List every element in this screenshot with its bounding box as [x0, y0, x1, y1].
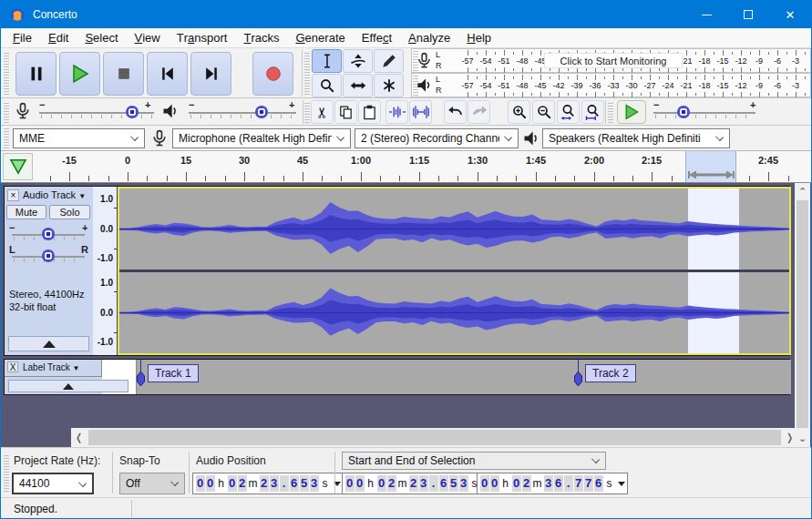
envelope-tool-button[interactable]: [343, 49, 373, 73]
recording-channels-select[interactable]: 2 (Stereo) Recording Channels: [355, 128, 519, 148]
menu-analyze[interactable]: Analyze: [400, 28, 458, 47]
timeline-ruler[interactable]: -1501530451:001:151:301:452:002:152:302:…: [1, 151, 811, 183]
undo-button[interactable]: [444, 100, 467, 124]
menu-effect[interactable]: Effect: [354, 28, 400, 47]
selection-toolbar-grip[interactable]: [4, 453, 9, 492]
label-marker-handle[interactable]: [135, 371, 147, 388]
track-title-menu[interactable]: Label Track ▼: [23, 362, 79, 372]
project-rate-select[interactable]: 44100: [12, 473, 94, 494]
audio-host-select[interactable]: MME: [13, 128, 145, 148]
label-text[interactable]: Track 1: [148, 364, 199, 382]
time-digit[interactable]: 3: [270, 475, 279, 492]
scroll-left-arrow[interactable]: ❬: [71, 428, 87, 447]
time-digit[interactable]: 2: [522, 475, 531, 492]
time-digit[interactable]: 5: [300, 475, 309, 492]
waveform-area[interactable]: [118, 187, 791, 355]
playback-meter[interactable]: L R -57-54-51-48-45-42-39-36-33-30-27-24…: [411, 73, 811, 97]
collapse-track-button[interactable]: [8, 336, 89, 351]
mute-button[interactable]: Mute: [6, 205, 46, 219]
collapse-track-button[interactable]: [8, 380, 128, 392]
time-digit[interactable]: 2: [260, 475, 269, 492]
horizontal-scrollbar[interactable]: ❬ ❭: [71, 428, 797, 447]
selection-tool-button[interactable]: [312, 49, 342, 73]
chevron-down-icon[interactable]: [618, 482, 625, 486]
redo-button[interactable]: [468, 100, 490, 124]
trim-audio-button[interactable]: [385, 100, 408, 124]
time-digit[interactable]: 0: [196, 475, 205, 492]
time-digit[interactable]: 2: [387, 475, 396, 492]
menu-transport[interactable]: Transport: [169, 28, 236, 47]
close-track-button[interactable]: X: [7, 361, 18, 372]
snap-to-select[interactable]: Off: [119, 473, 185, 494]
draw-tool-button[interactable]: [374, 49, 404, 73]
playback-volume-slider[interactable]: [189, 104, 296, 120]
menu-edit[interactable]: Edit: [40, 28, 77, 47]
tools-toolbar-grip[interactable]: [304, 52, 310, 95]
close-track-button[interactable]: ×: [7, 189, 19, 201]
record-button[interactable]: [252, 52, 293, 96]
slider-thumb[interactable]: [42, 249, 55, 262]
label-text[interactable]: Track 2: [585, 364, 636, 382]
time-digit[interactable]: 3: [419, 475, 428, 492]
channel-separator[interactable]: [119, 270, 789, 272]
paste-button[interactable]: [358, 100, 381, 124]
skip-to-start-button[interactable]: [147, 52, 188, 96]
scroll-down-arrow[interactable]: ⌄: [795, 431, 810, 446]
silence-audio-button[interactable]: [409, 100, 432, 124]
copy-button[interactable]: [334, 100, 357, 124]
time-digit[interactable]: 6: [594, 475, 603, 492]
stop-button[interactable]: [103, 52, 144, 96]
close-button[interactable]: ✕: [769, 1, 811, 28]
device-toolbar-grip[interactable]: [4, 128, 9, 148]
fit-project-button[interactable]: [581, 100, 604, 124]
zoom-tool-button[interactable]: [312, 74, 342, 97]
time-digit[interactable]: 0: [480, 475, 489, 492]
play-speed-slider[interactable]: [653, 104, 755, 120]
time-digit[interactable]: 7: [574, 475, 583, 492]
time-digit[interactable]: .: [280, 475, 289, 492]
time-digit[interactable]: 6: [290, 475, 299, 492]
menu-view[interactable]: View: [127, 28, 169, 47]
slider-thumb[interactable]: [255, 106, 268, 118]
play-at-speed-button[interactable]: [617, 100, 646, 124]
time-digit[interactable]: 6: [439, 475, 448, 492]
minimize-button[interactable]: [685, 1, 727, 28]
time-digit[interactable]: 2: [238, 475, 247, 492]
time-digit[interactable]: 0: [377, 475, 386, 492]
time-digit[interactable]: 3: [459, 475, 468, 492]
time-digit[interactable]: 0: [345, 475, 355, 492]
mixer-toolbar-grip[interactable]: [4, 101, 9, 123]
label-marker-handle[interactable]: [572, 371, 584, 388]
horizontal-scroll-thumb[interactable]: [88, 430, 781, 445]
menu-help[interactable]: Help: [458, 28, 499, 47]
pause-button[interactable]: [15, 52, 57, 96]
edit-toolbar-grip[interactable]: [304, 101, 310, 123]
transport-toolbar-grip[interactable]: [4, 52, 9, 95]
maximize-button[interactable]: [727, 1, 769, 28]
recording-volume-slider[interactable]: [39, 104, 154, 120]
audio-position-field[interactable]: 00h02m23.653s: [192, 473, 344, 494]
selection-end-field[interactable]: 00h02m36.776s: [477, 473, 628, 494]
time-digit[interactable]: 3: [310, 475, 319, 492]
recording-meter[interactable]: L R -57-54-51-48-45-42-39-36-33-30-27-24…: [411, 48, 811, 73]
selection-start-field[interactable]: 00h02m23.653s: [342, 473, 493, 494]
time-digit[interactable]: 0: [512, 475, 521, 492]
gain-slider[interactable]: [12, 226, 85, 242]
label-lane[interactable]: Track 1Track 2: [137, 360, 791, 394]
time-digit[interactable]: 0: [228, 475, 237, 492]
time-digit[interactable]: .: [564, 475, 573, 492]
recording-device-select[interactable]: Microphone (Realtek High Defini: [172, 128, 351, 148]
monitoring-tooltip[interactable]: Click to Start Monitoring: [544, 53, 683, 68]
menu-file[interactable]: File: [5, 28, 40, 47]
menu-select[interactable]: Select: [77, 28, 126, 47]
time-digit[interactable]: .: [429, 475, 438, 492]
cut-button[interactable]: ✂: [311, 100, 334, 124]
menu-tracks[interactable]: Tracks: [235, 28, 287, 47]
menu-generate[interactable]: Generate: [287, 28, 353, 47]
scroll-up-arrow[interactable]: ⌃: [795, 184, 810, 199]
pinned-play-head-button[interactable]: [3, 153, 33, 180]
selection-mode-select[interactable]: Start and End of Selection: [342, 452, 606, 470]
time-shift-tool-button[interactable]: [343, 74, 373, 97]
time-digit[interactable]: 6: [554, 475, 563, 492]
vertical-ruler[interactable]: 1.00.0-1.01.00.0-1.0: [93, 187, 118, 355]
